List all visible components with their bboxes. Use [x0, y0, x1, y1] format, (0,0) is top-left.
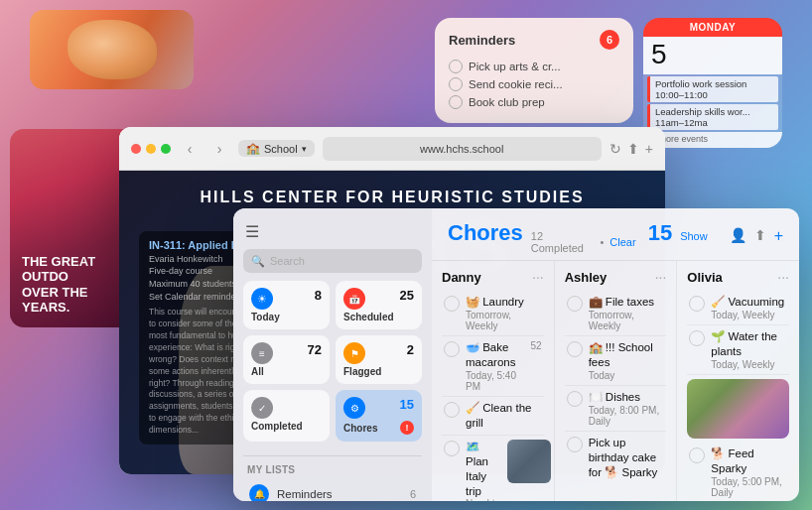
dishes-check[interactable] [567, 391, 583, 407]
task-taxes: 💼 File taxes Tomorrow, Weekly [565, 291, 667, 336]
menu-icon[interactable]: ☰ [245, 222, 259, 241]
calendar-event-1-title: Portfolio work session [655, 78, 773, 89]
flower-image [687, 379, 789, 439]
smart-list-chores[interactable]: ⚙ 15 Chores ! [336, 390, 422, 442]
reminders-sidebar-header: ☰ [233, 218, 432, 249]
italy-title: 🗺️ Plan Italy trip [466, 440, 501, 499]
task-plants: 🌱 Water the plants Today, Weekly [687, 325, 789, 375]
smart-list-scheduled[interactable]: 📅 25 Scheduled [336, 281, 422, 329]
ashley-header: Ashley ··· [565, 269, 667, 285]
smart-list-all[interactable]: ≡ 72 All [243, 335, 330, 384]
flagged-icon: ⚑ [343, 342, 365, 364]
smart-list-completed[interactable]: ✓ Completed [243, 390, 330, 442]
macarons-check[interactable] [444, 341, 460, 357]
task-school-fees: 🏫 !!! School fees Today [565, 336, 667, 386]
reminders-main-title-section: Chores 12 Completed • Clear [448, 220, 636, 254]
task-dishes: 🍽️ Dishes Today, 8:00 PM, Daily [565, 386, 667, 432]
dishes-title: 🍽️ Dishes [589, 390, 665, 405]
column-ashley: Ashley ··· 💼 File taxes Tomorrow, Weekly… [555, 261, 678, 501]
safari-minimize-dot[interactable] [146, 144, 156, 154]
plants-check[interactable] [689, 330, 705, 346]
italy-image [507, 440, 551, 483]
macarons-count: 52 [531, 340, 542, 351]
calendar-day-section: 5 [643, 37, 782, 74]
reminder-check-3 [449, 95, 463, 109]
vacuuming-body: 🧹 Vacuuming Today, Weekly [711, 295, 787, 320]
safari-maximize-dot[interactable] [161, 144, 171, 154]
cake-check[interactable] [567, 437, 583, 452]
smart-list-today[interactable]: ☀ 8 Today [243, 281, 330, 329]
smart-lists: ☀ 8 Today 📅 25 Scheduled ≡ 72 All [233, 281, 432, 451]
olivia-more-icon[interactable]: ··· [777, 269, 789, 285]
reminders-main: Chores 12 Completed • Clear 15 Show 👤 ⬆ … [432, 208, 799, 501]
vacuuming-title: 🧹 Vacuuming [711, 295, 787, 310]
safari-school-icon: 🏫 [246, 142, 260, 155]
flagged-label: Flagged [343, 366, 414, 377]
my-lists-label: My Lists [233, 464, 432, 479]
profile-icon[interactable]: 👤 [730, 227, 746, 245]
list-item-reminders[interactable]: 🔔 Reminders 6 [237, 479, 428, 501]
vacuuming-check[interactable] [689, 296, 705, 312]
sparky-sub: Today, 5:00 PM, Daily [711, 476, 787, 498]
reminders-main-title: Chores [448, 220, 523, 246]
task-macarons: 🥣 Bake macarons Today, 5:40 PM 52 [442, 336, 544, 397]
reminders-list-name: Reminders [277, 488, 402, 500]
ashley-more-icon[interactable]: ··· [655, 269, 667, 285]
calendar-day-name: MONDAY [643, 18, 782, 37]
flagged-count: 2 [407, 342, 414, 357]
plants-sub: Today, Weekly [711, 359, 787, 370]
smart-list-scheduled-row: 📅 25 [343, 288, 414, 312]
count-section: 15 Show [648, 220, 708, 246]
chores-label-row: Chores ! [343, 421, 414, 435]
fees-body: 🏫 !!! School fees Today [589, 340, 665, 381]
reminders-app-panel: ☰ 🔍 Search ☀ 8 Today 📅 25 Schedul [233, 208, 799, 501]
chores-icon: ⚙ [343, 397, 365, 419]
sparky-title: 🐕 Feed Sparky [711, 446, 787, 476]
safari-school-chevron: ▾ [302, 144, 307, 154]
safari-back-button[interactable]: ‹ [179, 138, 201, 160]
safari-reload-icon[interactable]: ↻ [609, 141, 621, 157]
reminder-check-1 [449, 60, 463, 73]
safari-school-button[interactable]: 🏫 School ▾ [238, 140, 315, 157]
all-label: All [251, 366, 322, 377]
danny-more-icon[interactable]: ··· [532, 269, 544, 285]
safari-tab-icon[interactable]: + [645, 141, 653, 157]
cake-body: Pick up birthday cake for 🐕 Sparky [589, 436, 665, 480]
safari-forward-button[interactable]: › [208, 138, 230, 160]
safari-close-dot[interactable] [131, 144, 141, 154]
completed-count-text: 12 Completed [531, 230, 595, 254]
plants-body: 🌱 Water the plants Today, Weekly [711, 329, 787, 370]
dog-widget [30, 10, 194, 89]
grill-check[interactable] [444, 402, 460, 418]
olivia-name: Olivia [687, 270, 722, 285]
olivia-header: Olivia ··· [687, 269, 789, 285]
completed-label: Completed [251, 421, 322, 432]
task-grill: 🧹 Clean the grill [442, 397, 544, 436]
search-bar[interactable]: 🔍 Search [243, 249, 422, 273]
task-feed-sparky: 🐕 Feed Sparky Today, 5:00 PM, Daily [687, 443, 789, 501]
ashley-name: Ashley [565, 270, 608, 285]
completed-icon: ✓ [251, 397, 273, 419]
all-icon: ≡ [251, 342, 273, 364]
smart-list-chores-row: ⚙ 15 [343, 397, 414, 421]
sparky-check[interactable] [689, 447, 705, 463]
taxes-check[interactable] [567, 296, 583, 312]
safari-share-icon[interactable]: ⬆ [627, 141, 639, 157]
chores-label-text: Chores [343, 423, 377, 434]
add-icon[interactable]: + [774, 227, 783, 245]
sparky-body: 🐕 Feed Sparky Today, 5:00 PM, Daily [711, 446, 787, 498]
safari-address-bar[interactable]: www.hchs.school [323, 137, 602, 161]
column-danny: Danny ··· 🧺 Laundry Tomorrow, Weekly 🥣 B… [432, 261, 555, 501]
fees-check[interactable] [567, 341, 583, 357]
outdoors-title: THE GREAT OUTDOOVER THE YEARS. [22, 254, 127, 316]
italy-check[interactable] [444, 441, 460, 456]
clear-button[interactable]: Clear [609, 236, 635, 248]
share-icon[interactable]: ⬆ [754, 227, 766, 245]
grill-body: 🧹 Clean the grill [466, 401, 542, 431]
smart-list-flagged[interactable]: ⚑ 2 Flagged [336, 335, 422, 384]
laundry-check[interactable] [444, 296, 460, 312]
reminders-main-header: Chores 12 Completed • Clear 15 Show 👤 ⬆ … [432, 208, 799, 261]
italy-sub: Need to confirm whether we should fly to… [466, 498, 501, 501]
reminders-sidebar: ☰ 🔍 Search ☀ 8 Today 📅 25 Schedul [233, 208, 432, 501]
show-button[interactable]: Show [680, 230, 708, 242]
